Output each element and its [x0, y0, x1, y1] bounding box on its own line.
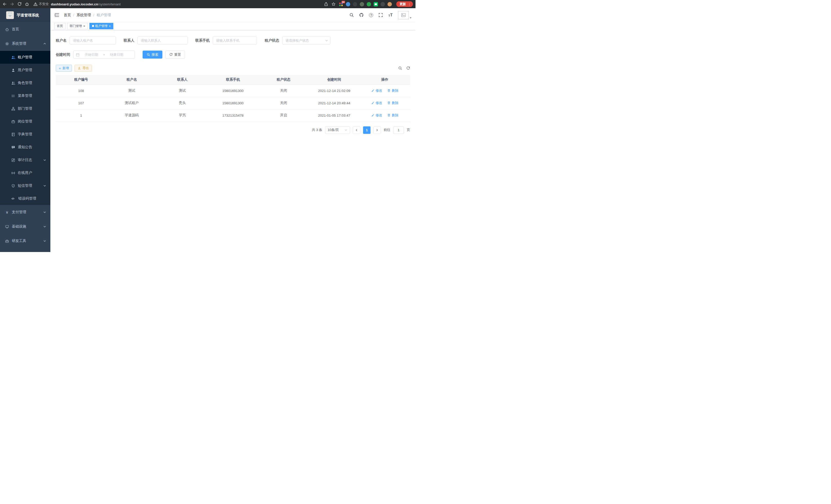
filter-row-1: 租户名 联系人 联系手机 租户状态	[56, 36, 410, 45]
breadcrumb-home[interactable]: 首页	[64, 13, 71, 18]
filter-contact: 联系人	[123, 36, 188, 45]
field-label: 租户状态	[265, 38, 279, 43]
close-icon[interactable]: ×	[83, 24, 85, 28]
tab-home[interactable]: 首页	[54, 23, 65, 29]
delete-link-label: 删除	[392, 101, 398, 105]
extension-blue-icon[interactable]	[346, 2, 350, 6]
post-badge-icon	[11, 120, 15, 124]
filter-status: 租户状态	[265, 36, 331, 45]
font-size-icon[interactable]: TT	[388, 13, 393, 17]
sidebar-item-devtools[interactable]: 研发工具	[0, 234, 50, 248]
sidebar-item-dict[interactable]: 字典管理	[0, 128, 50, 141]
column-header: 联系手机	[208, 75, 258, 85]
pagination: 共 3 条 10条/页 1 前往 页	[56, 126, 410, 134]
page-content: 租户名 联系人 联系手机 租户状态	[50, 30, 416, 252]
sidebar-item-notice[interactable]: 通知公告	[0, 141, 50, 154]
page-size-select[interactable]: 10条/页	[325, 126, 350, 134]
tags-view: 首页 部门管理 × 租户管理 ×	[50, 22, 416, 30]
sidebar-item-payment[interactable]: ¥ 支付管理	[0, 205, 50, 219]
org-tree-icon	[11, 107, 15, 111]
github-icon[interactable]	[359, 13, 364, 17]
bookmark-star-icon[interactable]	[332, 2, 336, 6]
chevron-left-icon	[355, 129, 358, 131]
extension-dots-icon[interactable]: 10	[339, 2, 343, 6]
cell-name: 测试	[106, 85, 157, 97]
edit-link[interactable]: 修改	[371, 113, 382, 118]
sidebar-item-error-code[interactable]: </> 错误码管理	[0, 192, 50, 205]
add-button[interactable]: + 新增	[56, 65, 72, 72]
extension-plugin-icon[interactable]	[380, 2, 385, 6]
help-icon[interactable]: ?	[369, 13, 373, 17]
sidebar-item-label: 错误码管理	[18, 196, 36, 201]
table-row: 107 测试租户 秃头 15601691300 关闭 2021-12-14 20…	[56, 97, 410, 109]
edit-link[interactable]: 修改	[371, 101, 382, 105]
sidebar-item-user[interactable]: 用户管理	[0, 64, 50, 77]
sidebar-item-tenant[interactable]: 租户管理	[0, 51, 50, 64]
sidebar-item-home[interactable]: 首页	[0, 22, 50, 36]
security-warning[interactable]: 不安全	[33, 2, 49, 6]
status-select[interactable]	[282, 36, 331, 45]
prev-page-button[interactable]	[353, 126, 360, 134]
back-icon[interactable]	[3, 2, 7, 6]
edit-link-label: 修改	[376, 113, 382, 118]
delete-link[interactable]: 删除	[387, 113, 398, 118]
extension-green-icon[interactable]	[367, 2, 371, 6]
profile-avatar[interactable]	[388, 2, 392, 6]
reset-button[interactable]: 重置	[165, 51, 185, 59]
add-button-label: 新增	[62, 66, 69, 70]
next-page-button[interactable]	[373, 126, 381, 134]
date-range-picker[interactable]: -	[73, 51, 135, 59]
home-browser-icon[interactable]	[25, 2, 29, 6]
column-header: 创建时间	[309, 75, 360, 85]
breadcrumb-system[interactable]: 系统管理	[77, 13, 91, 18]
extensions-area: 10	[339, 2, 392, 6]
export-button[interactable]: 导出	[75, 65, 92, 72]
refresh-table-icon[interactable]	[406, 66, 410, 70]
delete-link[interactable]: 删除	[387, 88, 398, 93]
sidebar-item-audit-log[interactable]: 审计日志	[0, 154, 50, 167]
font-size-large-glyph: T	[390, 13, 393, 17]
reload-icon[interactable]	[18, 2, 22, 6]
tab-tenant[interactable]: 租户管理 ×	[89, 23, 114, 29]
home-icon	[5, 28, 9, 31]
url-text[interactable]: dashboard.yudao.iocoder.cn/system/tenant	[51, 2, 121, 6]
extension-olive-icon[interactable]	[360, 2, 364, 6]
extension-chat-icon[interactable]	[374, 2, 378, 6]
sidebar-item-post[interactable]: 岗位管理	[0, 115, 50, 128]
tab-dept[interactable]: 部门管理 ×	[67, 23, 88, 29]
sidebar-item-online-users[interactable]: 在线用户	[0, 167, 50, 179]
cell-actions: 修改 删除	[360, 97, 410, 109]
share-icon[interactable]	[324, 2, 328, 6]
search-icon[interactable]	[349, 13, 354, 17]
navbar-actions: ? TT ▾	[349, 11, 411, 19]
contact-input[interactable]	[138, 36, 188, 45]
sidebar-toggle-icon[interactable]	[55, 12, 59, 18]
sidebar-item-system[interactable]: 系统管理	[0, 36, 50, 51]
delete-link[interactable]: 删除	[387, 101, 398, 105]
address-bar[interactable]: 不安全 dashboard.yudao.iocoder.cn/system/te…	[33, 2, 336, 6]
sidebar-item-dept[interactable]: 部门管理	[0, 102, 50, 115]
close-icon[interactable]: ×	[109, 24, 111, 28]
tab-label: 租户管理	[95, 24, 108, 28]
sidebar-item-role[interactable]: 角色管理	[0, 77, 50, 89]
edit-link[interactable]: 修改	[371, 88, 382, 93]
search-button[interactable]: 搜索	[143, 51, 163, 59]
update-button[interactable]: 更新 ⋮	[396, 1, 413, 7]
breadcrumb-current: 租户管理	[96, 13, 111, 18]
goto-page-input[interactable]	[393, 126, 404, 134]
extension-dark-icon[interactable]	[353, 2, 357, 6]
phone-input[interactable]	[213, 36, 257, 45]
current-page[interactable]: 1	[363, 126, 371, 134]
browser-menu-kebab-icon[interactable]: ⋮	[408, 2, 411, 6]
fullscreen-icon[interactable]	[378, 13, 383, 17]
search-toggle-icon[interactable]	[398, 66, 402, 70]
date-start-input[interactable]	[81, 52, 102, 57]
sidebar-item-infra[interactable]: 基础设施	[0, 219, 50, 234]
app-logo-row[interactable]: 芋道管理系统	[0, 8, 50, 22]
tenant-name-input[interactable]	[69, 36, 116, 45]
sidebar-item-menu[interactable]: 菜单管理	[0, 89, 50, 102]
sidebar-item-sms[interactable]: 短信管理	[0, 179, 50, 192]
forward-icon[interactable]	[10, 2, 14, 6]
user-avatar-menu[interactable]: ▾	[398, 11, 411, 19]
date-end-input[interactable]	[106, 52, 127, 57]
